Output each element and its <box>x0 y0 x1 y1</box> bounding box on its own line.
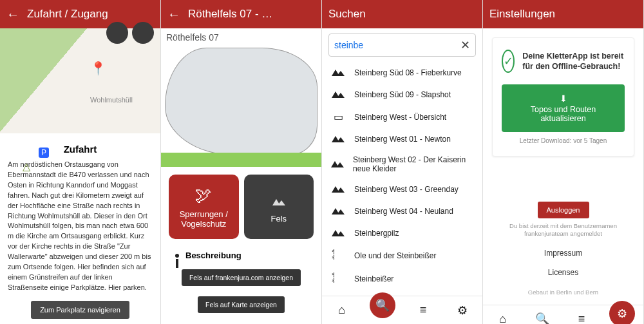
logged-in-note: Du bist derzeit mit dem Benutzernamen fr… <box>492 222 634 238</box>
search-result-label: Steinberg West 04 - Neuland <box>354 207 453 216</box>
map-overview-icon: ▭ <box>331 111 345 123</box>
download-icon: ⬇ <box>560 93 567 104</box>
mountain-icon <box>272 190 285 210</box>
check-circle-icon: ✓ <box>502 50 515 73</box>
search-input[interactable] <box>334 40 460 50</box>
back-icon[interactable]: ← <box>167 7 180 22</box>
link-impressum[interactable]: Impressum <box>544 249 582 258</box>
search-box[interactable]: ✕ <box>328 33 476 57</box>
appbar: Suchen <box>322 0 482 28</box>
search-result-label: Steinberg West 01 - Newton <box>354 135 451 144</box>
search-result-item[interactable]: Steinberg Süd 08 - Fieberkurve <box>322 62 482 84</box>
card-fels[interactable]: Fels <box>244 175 314 239</box>
description-heading: Beschreibung <box>185 251 242 260</box>
map-fab-1[interactable] <box>106 22 128 44</box>
screen-access: ← Zufahrt / Zugang 📍 P △ Zufahrt Am nord… <box>0 0 161 324</box>
page-title: Suchen <box>328 8 366 21</box>
nav-filter[interactable]: ⚙ <box>609 301 635 324</box>
card-label: Fels <box>270 214 287 224</box>
bird-icon: 🕊 <box>195 186 212 205</box>
update-button-label: Topos und Routen aktualisieren <box>507 105 620 123</box>
cliff-illustration <box>165 48 317 155</box>
link-licenses[interactable]: Licenses <box>548 268 578 277</box>
parking-icon: P <box>39 148 49 158</box>
clear-icon[interactable]: ✕ <box>460 38 470 52</box>
screen-topo: ← Röthelfels 07 - … Röthelfels 07 🕊 Sper… <box>161 0 322 324</box>
mountain-icon <box>331 227 345 239</box>
access-description: Am nordöstlichen Orstausgang von Eberman… <box>0 160 160 293</box>
nav-search[interactable]: 🔍 <box>531 307 554 324</box>
mountain-icon <box>331 184 345 195</box>
logout-button[interactable]: Ausloggen <box>538 202 589 218</box>
status-row: ✓ Deine KletterApp ist bereit für den Of… <box>502 50 625 73</box>
screen-search: Suchen ✕ Steinberg Süd 08 - FieberkurveS… <box>322 0 483 324</box>
camp-icon: △ <box>23 160 30 173</box>
search-result-item[interactable]: Steinbeißer <box>322 267 482 291</box>
screen-settings: Einstellungen ✓ Deine KletterApp ist ber… <box>483 0 644 324</box>
page-title: Zufahrt / Zugang <box>27 8 108 21</box>
search-result-item[interactable]: Steinberg Süd 09 - Slapshot <box>322 84 482 106</box>
search-result-item[interactable]: Steinbergpilz <box>322 222 482 244</box>
info-icon <box>175 254 179 258</box>
bottom-nav: ⌂ 🔍 ≡ ⚙ <box>483 305 643 324</box>
search-result-label: Steinberg Süd 09 - Slapshot <box>354 90 451 99</box>
map-fab-row <box>106 28 154 44</box>
description-heading-row: Beschreibung <box>161 247 321 264</box>
card-sperrungen[interactable]: 🕊 Sperrungen / Vogelschutz <box>169 175 239 239</box>
route-icon <box>331 272 345 285</box>
search-result-item[interactable]: Steinberg West 02 - Der Kaiserin neue Kl… <box>322 150 482 178</box>
back-icon[interactable]: ← <box>6 7 19 22</box>
mountain-icon <box>331 158 344 170</box>
update-button[interactable]: ⬇ Topos und Routen aktualisieren <box>502 84 625 132</box>
topo-label: Röthelfels 07 <box>166 32 219 43</box>
search-results: Steinberg Süd 08 - FieberkurveSteinberg … <box>322 62 482 296</box>
footer-note: Gebaut in Berlin und Bern <box>528 289 598 296</box>
navigate-parking-button[interactable]: Zum Parkplatz navigieren <box>31 301 129 319</box>
ground-strip <box>161 153 321 167</box>
mountain-icon <box>331 89 345 100</box>
nav-list[interactable]: ≡ <box>412 299 435 322</box>
card-row: 🕊 Sperrungen / Vogelschutz Fels <box>161 167 321 247</box>
appbar: ← Röthelfels 07 - … <box>161 0 321 28</box>
search-result-label: Steinbeißer <box>354 274 393 283</box>
nav-search[interactable]: 🔍 <box>370 292 395 318</box>
settings-body: ✓ Deine KletterApp ist bereit für den Of… <box>483 28 643 305</box>
search-result-label: Steinberg West 03 - Greenday <box>354 185 459 194</box>
search-result-item[interactable]: ▭Steinberg West - Übersicht <box>322 106 482 128</box>
bottom-nav: ⌂ 🔍 ≡ ⚙ <box>322 296 482 324</box>
page-title: Röthelfels 07 - … <box>188 8 272 21</box>
last-download-text: Letzter Download: vor 5 Tagen <box>502 137 625 144</box>
page-title: Einstellungen <box>489 8 555 21</box>
nav-home[interactable]: ⌂ <box>491 307 515 324</box>
section-title: Zufahrt <box>0 144 160 155</box>
open-frankenjura-button[interactable]: Fels auf frankenjura.com anzeigen <box>182 269 301 286</box>
search-result-label: Steinberg West 02 - Der Kaiserin neue Kl… <box>353 155 473 173</box>
map-fab-2[interactable] <box>132 22 154 44</box>
search-result-item[interactable]: Steinberg West 03 - Greenday <box>322 178 482 200</box>
search-result-label: Ole und der Steinbeißer <box>354 251 436 260</box>
search-result-label: Steinberg Süd 08 - Fieberkurve <box>354 68 462 77</box>
appbar: Einstellungen <box>483 0 643 28</box>
offline-status-card: ✓ Deine KletterApp ist bereit für den Of… <box>492 37 634 157</box>
nav-filter[interactable]: ⚙ <box>451 299 474 322</box>
route-icon <box>331 249 345 262</box>
search-result-item[interactable]: Steinberg West 01 - Newton <box>322 128 482 150</box>
map-pin-icon: 📍 <box>90 61 106 76</box>
search-result-item[interactable]: Ole und der Steinbeißer <box>322 244 482 267</box>
status-text: Deine KletterApp ist bereit für den Offl… <box>522 51 625 72</box>
nav-home[interactable]: ⌂ <box>330 299 354 322</box>
mountain-icon <box>331 133 345 145</box>
access-map[interactable]: 📍 P △ <box>0 28 160 133</box>
mountain-icon <box>331 205 345 217</box>
nav-list[interactable]: ≡ <box>570 307 593 324</box>
search-result-item[interactable]: Steinberg West 04 - Neuland <box>322 200 482 222</box>
search-result-label: Steinberg West - Übersicht <box>354 113 446 122</box>
topo-image[interactable]: Röthelfels 07 <box>161 28 321 167</box>
mountain-icon <box>331 67 345 79</box>
search-result-item[interactable]: Steinbeißer <box>322 291 482 296</box>
card-label: Sperrungen / Vogelschutz <box>174 209 234 229</box>
search-result-label: Steinbergpilz <box>354 229 399 238</box>
show-on-map-button[interactable]: Fels auf Karte anzeigen <box>198 296 285 313</box>
